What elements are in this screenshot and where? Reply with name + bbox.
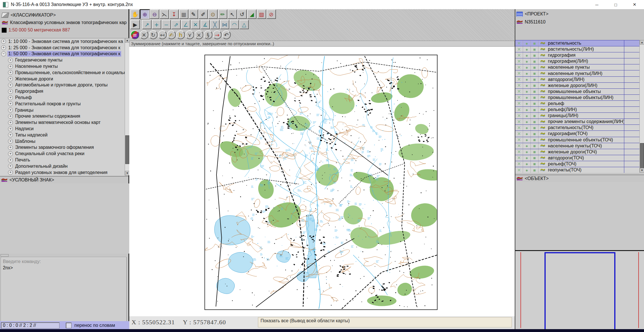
vector-tool[interactable]: ⇗ [171,20,181,29]
tree-item[interactable]: −1: 50 000 - Знаковая система для топогр… [0,51,125,57]
rotate-cursor-tool[interactable]: ↺ [237,9,247,19]
map-viewport[interactable] [129,47,515,316]
expand-icon[interactable]: + [8,64,13,69]
layer-toggle-view[interactable]: ● [523,101,531,106]
layer-toggle-delete[interactable]: ✕ [515,95,523,100]
layer-row[interactable]: ✕●■растительность(ЛИН) [515,46,639,52]
layer-toggle-edit[interactable]: ■ [531,137,538,143]
tree-item[interactable]: +Дополнительный дизайн [0,163,125,169]
tree-item[interactable]: +Типы надписей [0,132,125,138]
layer-toggle-edit[interactable]: ■ [531,70,538,76]
expand-icon[interactable]: + [8,114,13,119]
layer-row[interactable]: ✕●■гидрография(ТОЧ) [515,131,639,137]
tree-item[interactable]: +Населенные пункты [0,63,125,70]
tree-item[interactable]: +Автомобильные и грунтовые дороги, тропы [0,82,125,88]
layer-row[interactable]: ✕●■железные дороги(ЛИН) [515,83,639,89]
layer-toggle-view[interactable]: ● [523,143,531,149]
layer-toggle-view[interactable]: ● [523,167,531,173]
layer-toggle-view[interactable]: ● [523,64,531,70]
triangle-arc-tool[interactable]: △ [239,20,249,29]
layer-toggle-edit[interactable]: ■ [531,131,538,137]
overview-frame[interactable] [544,252,615,331]
expand-icon[interactable]: + [8,145,13,150]
v-node-tool[interactable]: ⋎ [185,30,194,39]
layer-toggle-delete[interactable]: ✕ [515,149,523,155]
layer-toggle-view[interactable]: ● [523,52,531,58]
layer-toggle-edit[interactable]: ■ [531,64,538,70]
layer-toggle-delete[interactable]: ✕ [515,101,523,106]
minimize-button[interactable]: ─ [587,0,606,9]
expand-icon[interactable]: + [1,45,6,50]
tree-item[interactable]: +Прочие элементы содержания [0,113,125,120]
layer-toggle-edit[interactable]: ■ [531,58,538,64]
layer-toggle-delete[interactable]: ✕ [515,167,523,173]
frame-select-tool[interactable]: ▧ [257,9,266,19]
command-input[interactable]: Введите команду: 2nx> [1,257,127,329]
layer-toggle-edit[interactable]: ■ [531,77,538,82]
edit-node-tool[interactable]: ⋋ [160,9,169,19]
layer-toggle-edit[interactable]: ■ [531,95,538,100]
wordwrap-checkbox[interactable] [66,323,71,328]
stat-tool[interactable]: § [204,30,212,39]
tree-scrollbar[interactable]: ▲ ▼ [125,38,130,175]
tree-item[interactable]: +Промышленные, сельскохозяйственные и со… [0,70,125,76]
expand-icon[interactable]: + [8,139,13,144]
tree-item[interactable]: +Гидрография [0,88,125,94]
expand-icon[interactable]: + [8,108,13,112]
layer-toggle-edit[interactable]: ■ [531,113,538,118]
expand-icon[interactable]: + [8,170,13,175]
expand-icon[interactable]: + [8,101,13,106]
tree-scroll-thumb[interactable] [125,135,129,164]
layer-toggle-view[interactable]: ● [523,83,531,88]
delete-point-tool[interactable]: − [162,20,171,29]
tree-item[interactable]: +1: 10 000 - Знаковая система для топогр… [0,38,125,45]
layer-row[interactable]: ✕●■растительность(ТОЧ) [515,125,639,131]
zoom-in-tool[interactable]: ⊕ [140,9,150,19]
expand-icon[interactable]: + [8,83,13,88]
layer-toggle-view[interactable]: ● [523,119,531,125]
tree-item[interactable]: +Специальный слой участка реки [0,151,125,157]
layer-row[interactable]: ✕●■растительность [515,40,639,46]
layer-toggle-delete[interactable]: ✕ [515,161,523,167]
rubber-line-tool[interactable]: ↗ [142,20,152,29]
undo-button[interactable]: ↶ [222,30,231,39]
expand-icon[interactable]: + [8,133,13,137]
layer-row[interactable]: ✕●■железные дороги(ТОЧ) [515,149,639,155]
layer-row[interactable]: ✕●■автодороги(ТОЧ) [515,155,639,161]
classifier-tree[interactable]: +1: 10 000 - Знаковая система для топогр… [0,38,125,176]
tree-item[interactable]: +Границы [0,107,125,113]
layer-toggle-edit[interactable]: ■ [531,52,538,58]
layer-row[interactable]: ✕●■промышленные объекты(ЛИН) [515,95,639,101]
layer-toggle-edit[interactable]: ■ [531,119,538,125]
layer-row[interactable]: ✕●■населенные пункты(ТОЧ) [515,143,639,149]
maximize-button[interactable]: □ [606,0,625,9]
collapse-icon[interactable]: − [1,52,6,56]
layer-toggle-view[interactable]: ● [523,125,531,131]
layer-toggle-delete[interactable]: ✕ [515,107,523,112]
layer-toggle-view[interactable]: ● [523,161,531,167]
layer-toggle-view[interactable]: ● [523,107,531,112]
zoom-select-tool[interactable]: ⊖ [150,9,159,19]
expand-icon[interactable]: + [8,164,13,169]
tree-item[interactable]: +Железные дороги [0,76,125,82]
layer-toggle-edit[interactable]: ■ [531,101,538,106]
layer-row[interactable]: ✕●■прочие элементы содержания(ЛИН) [515,119,639,125]
layer-toggle-edit[interactable]: ■ [531,125,538,131]
layer-toggle-edit[interactable]: ■ [531,161,538,167]
layer-toggle-delete[interactable]: ✕ [515,125,523,131]
layer-toggle-edit[interactable]: ■ [531,46,538,52]
scroll-down-icon[interactable]: ▼ [125,171,130,175]
move-cursor-tool[interactable]: ↖ [228,9,237,19]
layer-row[interactable]: ✕●■промышленные объекты(ТОЧ) [515,137,639,143]
layer-toggle-edit[interactable]: ■ [531,149,538,155]
layer-toggle-delete[interactable]: ✕ [515,40,523,46]
layer-toggle-edit[interactable]: ■ [531,167,538,173]
layer-toggle-delete[interactable]: ✕ [515,119,523,125]
layer-row[interactable]: ✕●■промышленные объекты [515,89,639,95]
expand-icon[interactable]: + [8,127,13,131]
layer-toggle-delete[interactable]: ✕ [515,64,523,70]
cross-lines-tool[interactable]: ✕ [191,20,200,29]
layer-row[interactable]: ✕●■населенные пункты [515,64,639,70]
layer-toggle-delete[interactable]: ✕ [515,70,523,76]
layer-toggle-edit[interactable]: ■ [531,83,538,88]
